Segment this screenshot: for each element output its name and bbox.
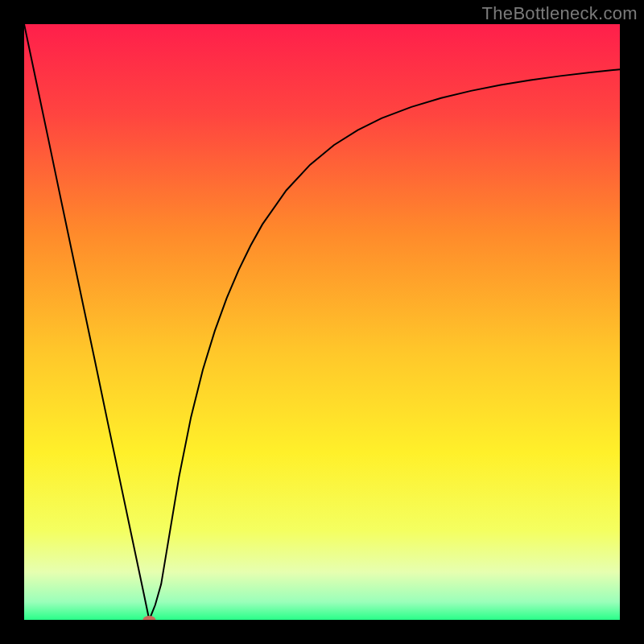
gradient-background bbox=[24, 24, 620, 620]
attribution-text: TheBottleneck.com bbox=[482, 3, 638, 24]
plot-svg bbox=[24, 24, 620, 620]
chart-container: TheBottleneck.com bbox=[0, 0, 644, 644]
